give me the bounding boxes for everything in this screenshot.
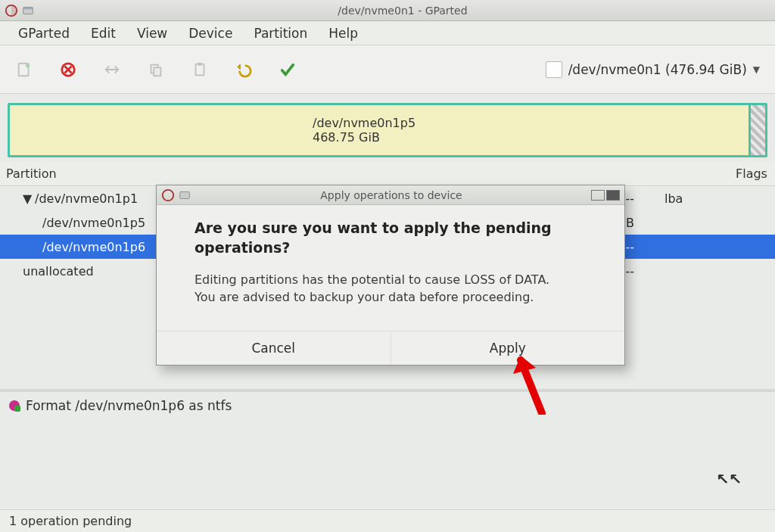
delete-partition-icon[interactable] — [53, 54, 83, 85]
disclosure-triangle-icon[interactable]: ▼ — [23, 191, 30, 206]
minimize-button-icon[interactable] — [591, 190, 605, 201]
dialog-titlebar[interactable]: Apply operations to device — [157, 185, 624, 205]
apply-icon[interactable] — [272, 54, 303, 85]
menu-view[interactable]: View — [128, 23, 176, 44]
device-selector[interactable]: /dev/nvme0n1 (476.94 GiB) ▼ — [540, 58, 766, 81]
svg-rect-13 — [180, 191, 190, 198]
undo-icon[interactable] — [229, 54, 259, 85]
app-icon — [161, 188, 175, 202]
table-header: Partition Flags — [0, 162, 775, 186]
new-partition-icon[interactable] — [9, 54, 39, 85]
status-text: 1 operation pending — [9, 514, 132, 528]
menu-edit[interactable]: Edit — [82, 23, 125, 44]
dialog-heading: Are you sure you want to apply the pendi… — [195, 219, 587, 257]
dialog-title: Apply operations to device — [191, 189, 591, 201]
paste-icon[interactable] — [185, 54, 215, 85]
copy-icon[interactable] — [141, 54, 171, 85]
menu-device[interactable]: Device — [179, 23, 241, 44]
resize-move-icon[interactable] — [97, 54, 127, 85]
app-icon — [5, 4, 18, 17]
window-titlebar: /dev/nvme0n1 - GParted — [0, 0, 775, 21]
col-partition[interactable]: Partition — [6, 166, 165, 181]
cancel-button[interactable]: Cancel — [157, 331, 391, 365]
map-unallocated-tail — [749, 105, 765, 155]
mouse-cursor-icon: ↖↖ — [716, 469, 742, 487]
svg-rect-9 — [154, 67, 160, 76]
dialog-message-line: Editing partitions has the potential to … — [195, 271, 587, 288]
window-title: /dev/nvme0n1 - GParted — [35, 5, 770, 17]
menu-partition[interactable]: Partition — [244, 23, 316, 44]
toolbar: /dev/nvme0n1 (476.94 GiB) ▼ — [0, 45, 775, 94]
drive-icon — [546, 61, 562, 78]
menubar: GParted Edit View Device Partition Help — [0, 21, 775, 45]
map-partition-name: /dev/nvme0n1p5 — [313, 116, 749, 130]
svg-rect-10 — [196, 64, 204, 75]
map-partition-size: 468.75 GiB — [313, 130, 749, 145]
maximize-button-icon[interactable] — [606, 190, 620, 201]
device-label: /dev/nvme0n1 (476.94 GiB) — [568, 62, 747, 77]
svg-rect-11 — [198, 62, 202, 65]
operation-icon — [9, 400, 20, 411]
menu-help[interactable]: Help — [319, 23, 367, 44]
window-icon — [21, 4, 35, 17]
svg-rect-2 — [23, 7, 33, 9]
operation-text: Format /dev/nvme0n1p6 as ntfs — [26, 398, 232, 413]
pending-operations[interactable]: Format /dev/nvme0n1p6 as ntfs — [0, 392, 775, 419]
apply-dialog: Apply operations to device Are you sure … — [156, 185, 625, 366]
menu-gparted[interactable]: GParted — [9, 23, 79, 44]
chevron-down-icon: ▼ — [753, 64, 760, 75]
svg-point-12 — [163, 189, 173, 200]
col-flags[interactable]: Flags — [690, 166, 769, 181]
statusbar: 1 operation pending — [0, 509, 775, 532]
dialog-message-line: You are advised to backup your data befo… — [195, 288, 587, 306]
svg-point-4 — [26, 63, 30, 67]
window-icon — [178, 188, 191, 202]
partition-map[interactable]: /dev/nvme0n1p5 468.75 GiB — [0, 94, 775, 162]
apply-button[interactable]: Apply — [391, 331, 625, 365]
